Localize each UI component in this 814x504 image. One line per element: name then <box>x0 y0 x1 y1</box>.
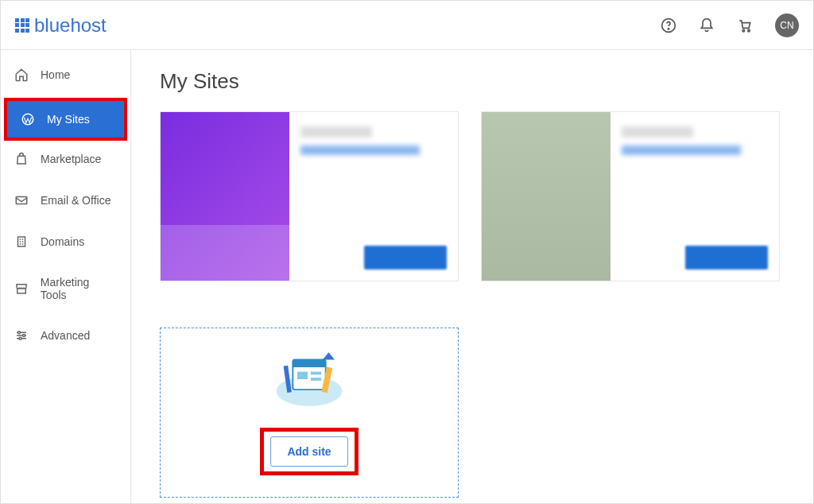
sidebar-item-label: Domains <box>41 235 84 248</box>
svg-rect-12 <box>293 360 325 367</box>
sidebar-item-my-sites[interactable]: My Sites <box>7 101 124 138</box>
site-thumbnail <box>482 112 610 281</box>
svg-rect-6 <box>18 237 25 246</box>
sidebar: Home My Sites Marketplace Email & Office <box>1 50 131 504</box>
sidebar-item-domains[interactable]: Domains <box>1 223 130 260</box>
svg-point-1 <box>668 28 669 29</box>
site-url-blurred <box>300 145 420 155</box>
manage-site-button[interactable] <box>364 246 447 269</box>
sidebar-item-label: My Sites <box>47 113 90 126</box>
svg-rect-15 <box>311 378 321 381</box>
svg-point-8 <box>23 335 25 337</box>
svg-rect-5 <box>16 197 27 204</box>
bag-icon <box>14 152 29 166</box>
wordpress-icon <box>20 112 36 126</box>
avatar-initials: CN <box>780 20 793 31</box>
svg-rect-14 <box>311 372 321 375</box>
main-content: My Sites <box>131 50 813 504</box>
svg-point-7 <box>18 331 21 334</box>
svg-marker-17 <box>323 352 335 359</box>
avatar[interactable]: CN <box>775 14 799 37</box>
sliders-icon <box>14 328 29 343</box>
topbar: bluehost CN <box>1 1 813 50</box>
sidebar-item-marketplace[interactable]: Marketplace <box>1 141 130 177</box>
site-title-blurred <box>622 126 693 138</box>
sidebar-item-label: Email & Office <box>41 194 110 207</box>
help-icon[interactable] <box>661 17 676 33</box>
brand-logo[interactable]: bluehost <box>15 14 107 37</box>
svg-point-3 <box>748 29 750 31</box>
site-title-blurred <box>300 126 372 138</box>
highlight-my-sites: My Sites <box>4 98 127 141</box>
sidebar-item-label: Advanced <box>41 329 90 342</box>
building-icon <box>14 235 29 249</box>
add-site-button[interactable]: Add site <box>270 436 347 467</box>
sidebar-item-label: Marketplace <box>41 153 101 165</box>
manage-site-button[interactable] <box>685 246 768 269</box>
sites-grid: Add site <box>160 111 785 498</box>
add-site-card: Add site <box>160 328 459 498</box>
home-icon <box>14 68 29 82</box>
cart-icon[interactable] <box>737 17 753 33</box>
site-card[interactable] <box>481 111 780 281</box>
notifications-icon[interactable] <box>699 17 715 33</box>
site-thumbnail <box>161 112 289 281</box>
topbar-actions: CN <box>661 14 799 37</box>
site-url-blurred <box>622 145 741 155</box>
sidebar-item-advanced[interactable]: Advanced <box>1 317 130 354</box>
sidebar-item-label: Home <box>41 68 70 81</box>
add-site-illustration-icon <box>272 350 347 409</box>
sidebar-item-email-office[interactable]: Email & Office <box>1 182 130 219</box>
storefront-icon <box>14 281 29 296</box>
svg-point-2 <box>742 29 745 31</box>
svg-point-9 <box>19 337 21 339</box>
site-card[interactable] <box>160 111 459 281</box>
page-title: My Sites <box>160 69 785 94</box>
mail-icon <box>14 193 29 207</box>
sidebar-item-home[interactable]: Home <box>1 56 130 93</box>
brand-name: bluehost <box>34 14 107 37</box>
sidebar-item-label: Marketing Tools <box>41 276 118 301</box>
logo-icon <box>15 18 29 33</box>
sidebar-item-marketing-tools[interactable]: Marketing Tools <box>1 265 130 312</box>
svg-rect-13 <box>297 372 308 379</box>
highlight-add-site: Add site <box>260 428 358 475</box>
